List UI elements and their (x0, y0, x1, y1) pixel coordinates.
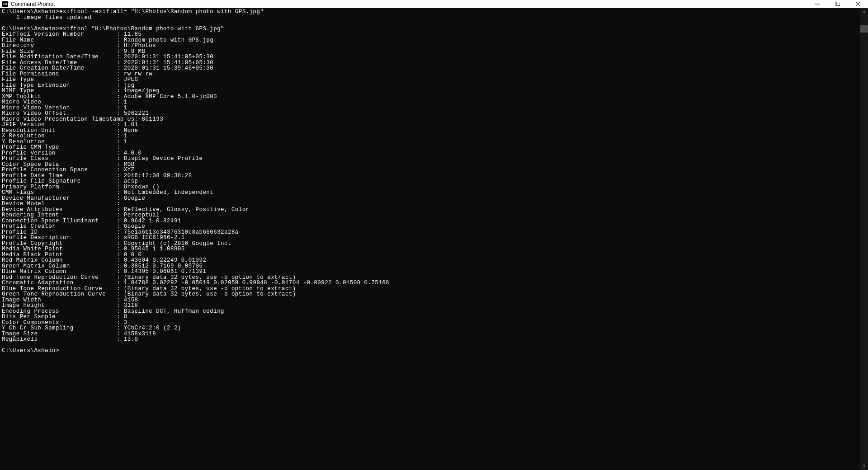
terminal-area[interactable]: C:\Users\Ashwin>exiftool -exif:all= "H:\… (0, 8, 868, 470)
vertical-scrollbar[interactable]: ▲ ▼ (860, 8, 868, 470)
maximize-button[interactable] (827, 0, 848, 8)
window-controls (807, 0, 868, 8)
minimize-button[interactable] (807, 0, 827, 8)
cmd-icon: C:\ (2, 1, 8, 7)
window-titlebar: C:\ Command Prompt (0, 0, 868, 8)
close-button[interactable] (848, 0, 868, 8)
scroll-thumb[interactable] (860, 25, 868, 33)
window-title: Command Prompt (11, 1, 55, 7)
svg-rect-2 (836, 2, 840, 5)
titlebar-left: C:\ Command Prompt (0, 1, 55, 7)
scroll-down-icon[interactable]: ▼ (860, 462, 868, 470)
terminal-output[interactable]: C:\Users\Ashwin>exiftool -exif:all= "H:\… (0, 8, 860, 470)
scroll-up-icon[interactable]: ▲ (860, 8, 868, 16)
